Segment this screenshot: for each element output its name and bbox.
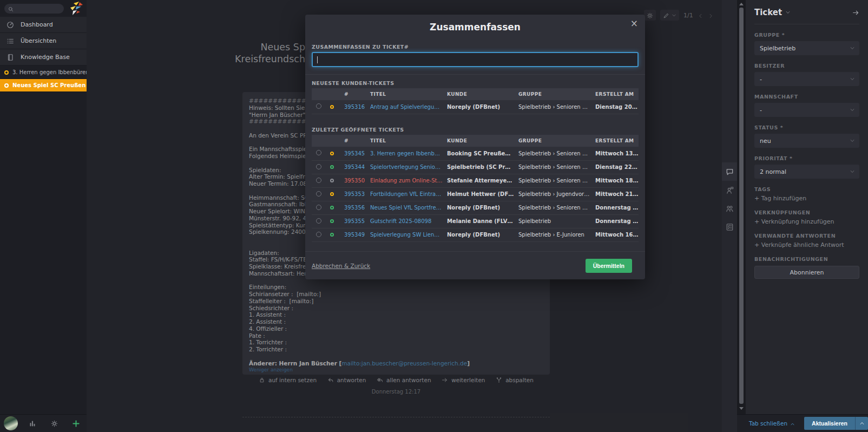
ticket-state-icon (4, 70, 9, 75)
ticket-row[interactable]: 395355Gutschrift 2025-08098Melanie Danne… (312, 214, 639, 228)
ticket-group: Spielbetrieb › Senioren + A-Ju… (514, 160, 591, 174)
ticket-customer: Noreply (DFBnet) (443, 100, 514, 114)
scroll-down-arrow-icon[interactable] (739, 407, 744, 410)
column-header (312, 135, 326, 147)
scroll-up-arrow-icon[interactable] (739, 3, 744, 5)
ticket-number: 395350 (340, 174, 366, 187)
ticket-row[interactable]: 395316Antrag auf Spielverlegun…Noreply (… (312, 100, 639, 114)
divider (305, 251, 645, 252)
table-header-row: #TitelKundeGruppeErstellt am (312, 88, 639, 100)
ticket-title: Einladung zum Online-St… (366, 174, 443, 187)
radio-button[interactable] (316, 232, 321, 237)
chevron-down-icon[interactable] (785, 10, 791, 15)
chat-icon[interactable] (722, 162, 737, 181)
chevron-down-icon (850, 45, 855, 51)
row-radio-cell (312, 187, 326, 201)
arrow-right-icon[interactable] (852, 9, 859, 16)
sidebar-item-dashboard[interactable]: Dashboard (0, 17, 87, 33)
people-icon[interactable] (722, 199, 737, 218)
merge-ticket-input[interactable] (313, 53, 637, 66)
chevron-up-icon (790, 420, 795, 427)
update-button[interactable]: Aktualisieren (804, 417, 855, 430)
select-status[interactable]: neu (754, 134, 859, 148)
column-header: Gruppe (514, 135, 591, 147)
radio-button[interactable] (316, 178, 321, 183)
select-mannschaft[interactable]: - (754, 103, 859, 117)
sidebar-title[interactable]: Ticket (754, 8, 782, 17)
book-icon (6, 54, 14, 61)
ticket-customer: Booking SC Preußen 06 L… (443, 147, 514, 160)
chevron-down-icon (850, 107, 855, 113)
add-verwandte-antworten-link[interactable]: + Verknüpfe ähnliche Antwort (754, 241, 859, 248)
update-options-chevron-icon[interactable] (855, 417, 868, 430)
ticket-number: 395353 (340, 187, 366, 201)
person-chat-icon[interactable] (722, 181, 737, 199)
field-label: Mannschaft (754, 94, 859, 100)
ticket-state-icon (330, 233, 334, 237)
radio-button[interactable] (316, 164, 321, 169)
ticket-row[interactable]: 3953453. Herren gegen Ibbenbü…Booking SC… (312, 147, 639, 160)
row-radio-cell (312, 228, 326, 241)
chevron-down-icon (850, 169, 855, 174)
ticket-title: Gutschrift 2025-08098 (366, 214, 443, 228)
user-avatar[interactable] (0, 416, 22, 430)
select-value: 2 normal (760, 168, 786, 175)
ticket-row[interactable]: 395349Spielverlegung SW Liene…Noreply (D… (312, 228, 639, 241)
field-label: Besitzer (754, 63, 859, 69)
ticket-group: Spielbetrieb › Senioren + A-Ju… (514, 201, 591, 214)
ticket-tab[interactable]: 3. Herren gegen Ibbenbürener S… (0, 66, 87, 79)
radio-button[interactable] (316, 150, 321, 155)
ticket-customer: Noreply (DFBnet) (443, 228, 514, 241)
ticket-created: Dienstag 22:43 (591, 160, 639, 174)
sidebar-item-knowledge-base[interactable]: Knowledge Base (0, 49, 87, 66)
ticket-row[interactable]: 395353Fortbildungen VfL Eintra…Helmut He… (312, 187, 639, 201)
search-bar[interactable] (4, 4, 64, 14)
reports-icon[interactable] (22, 420, 43, 427)
ticket-row[interactable]: 395356Neues Spiel VfL Sportfre…Noreply (… (312, 201, 639, 214)
row-state-cell (326, 100, 340, 114)
ticket-tab[interactable]: Neues Spiel SC Preußen Lengeri… (0, 79, 87, 92)
field-label: Gruppe * (754, 32, 859, 38)
ticket-row[interactable]: 395344Spielortverlegung Senior…Spielbetr… (312, 160, 639, 174)
ticket-created: Donnerstag 11:37 (591, 201, 639, 214)
ticket-tab-list: 3. Herren gegen Ibbenbürener S…Neues Spi… (0, 66, 87, 92)
select-gruppe[interactable]: Spielbetrieb (754, 41, 859, 55)
column-header (312, 88, 326, 100)
checklist-icon[interactable] (722, 218, 737, 236)
column-header: Titel (366, 88, 443, 100)
radio-button[interactable] (316, 103, 321, 109)
chevron-down-icon (850, 138, 855, 143)
scrollbar[interactable] (737, 0, 746, 414)
ticket-state-icon (330, 192, 334, 196)
add-tags-link[interactable]: + Tag hinzufügen (754, 195, 859, 202)
radio-button[interactable] (316, 218, 321, 224)
column-header: # (340, 135, 366, 147)
select-besitzer[interactable]: - (754, 72, 859, 86)
search-input[interactable] (16, 6, 60, 12)
ticket-row[interactable]: 395350Einladung zum Online-St…Stefanie A… (312, 174, 639, 187)
row-state-cell (326, 201, 340, 214)
ticket-sidebar: Ticket Gruppe *SpielbetriebBesitzer-Mann… (746, 0, 868, 414)
subscribe-button[interactable]: Abonnieren (754, 266, 859, 279)
radio-button[interactable] (316, 205, 321, 210)
sidebar-item-label: Knowledge Base (21, 54, 70, 61)
sidebar-item-übersichten[interactable]: Übersichten (0, 33, 87, 49)
radio-button[interactable] (316, 191, 321, 197)
cancel-back-link[interactable]: Abbrechen & Zurück (312, 263, 370, 269)
scrollbar-thumb[interactable] (739, 8, 744, 404)
add-verknüpfungen-link[interactable]: + Verknüpfung hinzufügen (754, 218, 859, 225)
taskbar (0, 414, 87, 432)
admin-gear-icon[interactable] (43, 420, 65, 427)
section-label: Verknüpfungen (754, 210, 859, 215)
chevron-down-icon (850, 76, 855, 82)
left-sidebar: DashboardÜbersichtenKnowledge Base 3. He… (0, 0, 87, 432)
modal-title: Zusammenfassen (305, 22, 645, 32)
select-value: Spielbetrieb (760, 45, 795, 52)
close-tab-link[interactable]: Tab schließen (749, 420, 795, 427)
submit-button[interactable]: Übermitteln (586, 259, 632, 273)
new-ticket-plus-icon[interactable] (65, 420, 87, 428)
row-state-cell (326, 187, 340, 201)
sidebar-tabstrip (722, 0, 737, 432)
select-prioritt[interactable]: 2 normal (754, 165, 859, 179)
row-radio-cell (312, 160, 326, 174)
